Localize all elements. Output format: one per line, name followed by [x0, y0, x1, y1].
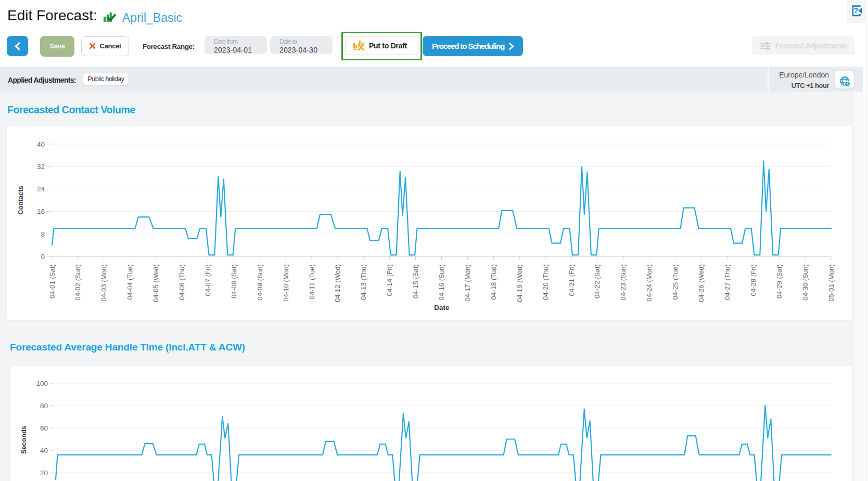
svg-text:80: 80	[40, 402, 48, 410]
svg-text:04-01 (Sat): 04-01 (Sat)	[48, 264, 56, 298]
svg-text:04-30 (Sun): 04-30 (Sun)	[801, 264, 809, 301]
svg-text:04-12 (Wed): 04-12 (Wed)	[334, 264, 341, 302]
svg-text:04-19 (Wed): 04-19 (Wed)	[516, 264, 524, 302]
svg-text:Date: Date	[434, 304, 450, 311]
svg-text:04-27 (Thu): 04-27 (Thu)	[723, 264, 731, 300]
svg-text:04-03 (Mon): 04-03 (Mon)	[100, 264, 108, 302]
svg-text:04-28 (Fri): 04-28 (Fri)	[749, 264, 757, 296]
svg-text:04-08 (Sat): 04-08 (Sat)	[230, 264, 238, 298]
svg-text:100: 100	[36, 380, 48, 387]
svg-text:32: 32	[37, 163, 45, 171]
svg-text:04-20 (Thu): 04-20 (Thu)	[542, 264, 550, 300]
svg-text:04-17 (Mon): 04-17 (Mon)	[464, 264, 471, 302]
svg-text:04-06 (Thu): 04-06 (Thu)	[178, 264, 186, 300]
svg-text:04-18 (Tue): 04-18 (Tue)	[490, 264, 497, 300]
svg-text:04-29 (Sat): 04-29 (Sat)	[775, 264, 783, 298]
svg-text:04-22 (Sat): 04-22 (Sat)	[593, 264, 601, 298]
svg-text:04-05 (Wed): 04-05 (Wed)	[152, 264, 160, 302]
svg-text:05-01 (Mon): 05-01 (Mon)	[827, 264, 835, 302]
svg-text:04-04 (Tue): 04-04 (Tue)	[126, 264, 134, 300]
svg-text:04-13 (Thu): 04-13 (Thu)	[360, 264, 367, 300]
svg-text:0: 0	[41, 253, 45, 261]
svg-text:04-10 (Mon): 04-10 (Mon)	[282, 264, 290, 302]
svg-text:04-21 (Fri): 04-21 (Fri)	[568, 264, 576, 296]
svg-text:16: 16	[37, 207, 45, 215]
svg-text:04-02 (Sun): 04-02 (Sun)	[74, 264, 82, 301]
svg-text:20: 20	[40, 469, 48, 477]
svg-text:04-09 (Sun): 04-09 (Sun)	[256, 264, 264, 301]
svg-text:Seconds: Seconds	[20, 426, 28, 454]
svg-text:04-25 (Tue): 04-25 (Tue)	[671, 264, 679, 300]
svg-text:?: ?	[853, 6, 858, 15]
svg-text:24: 24	[37, 185, 45, 193]
svg-text:04-24 (Mon): 04-24 (Mon)	[645, 264, 653, 302]
svg-text:40: 40	[40, 447, 48, 454]
svg-text:04-07 (Fri): 04-07 (Fri)	[204, 264, 212, 296]
svg-text:04-14 (Fri): 04-14 (Fri)	[386, 264, 393, 296]
svg-text:04-15 (Sat): 04-15 (Sat)	[412, 264, 419, 298]
svg-text:Contacts: Contacts	[17, 186, 24, 215]
svg-text:8: 8	[41, 230, 45, 238]
svg-text:04-16 (Sun): 04-16 (Sun)	[438, 264, 445, 301]
svg-text:40: 40	[37, 140, 45, 148]
svg-text:04-11 (Tue): 04-11 (Tue)	[308, 264, 316, 299]
svg-text:04-23 (Sun): 04-23 (Sun)	[619, 264, 627, 301]
svg-text:04-26 (Wed): 04-26 (Wed)	[697, 264, 705, 302]
svg-text:60: 60	[40, 424, 48, 432]
